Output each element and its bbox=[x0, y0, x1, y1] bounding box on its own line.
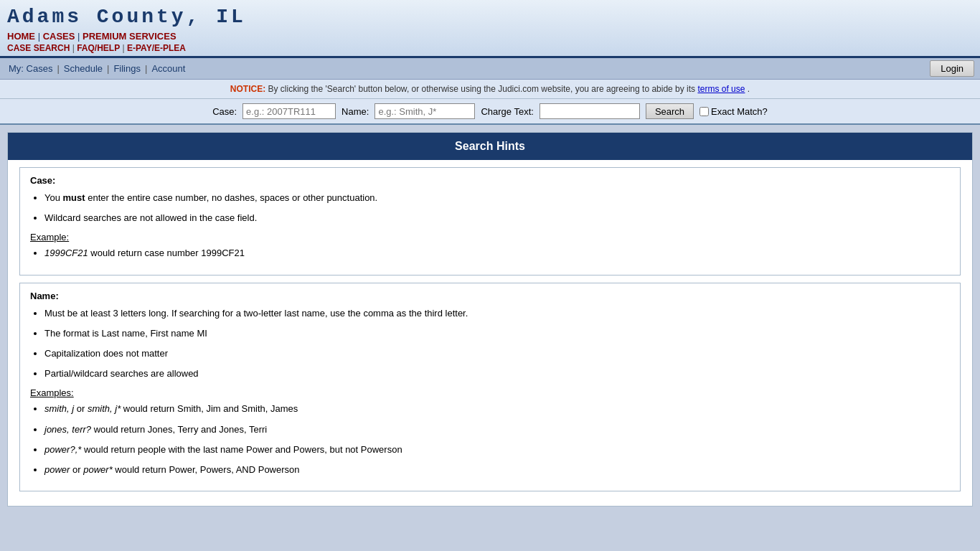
epay-link[interactable]: E-PAY/E-PLEA bbox=[127, 43, 186, 53]
charge-input[interactable] bbox=[540, 103, 640, 119]
login-button[interactable]: Login bbox=[930, 60, 974, 77]
name-bullet-4: Partial/wildcard searches are allowed bbox=[44, 367, 950, 380]
nav-links: My: Cases | Schedule | Filings | Account bbox=[6, 58, 188, 79]
name-section-heading: Name: bbox=[30, 291, 950, 301]
account-link[interactable]: Account bbox=[149, 62, 188, 75]
name-input[interactable] bbox=[374, 103, 475, 119]
notice-bar: NOTICE: By clicking the 'Search' button … bbox=[0, 80, 980, 99]
case-bullets: You must enter the entire case number, n… bbox=[44, 192, 950, 225]
exact-match-checkbox[interactable] bbox=[699, 107, 709, 116]
exact-match-text: Exact Match? bbox=[711, 106, 768, 117]
sub-nav: CASE SEARCH | FAQ/HELP | E-PAY/E-PLEA bbox=[7, 43, 246, 53]
case-bullet-1: You must enter the entire case number, n… bbox=[44, 192, 950, 204]
name-label: Name: bbox=[341, 106, 369, 117]
case-section-heading: Case: bbox=[30, 175, 950, 186]
my-cases-link[interactable]: My: Cases bbox=[6, 62, 55, 75]
name-bullets: Must be at least 3 letters long. If sear… bbox=[44, 307, 950, 381]
main-content: Search Hints Case: You must enter the en… bbox=[7, 132, 973, 507]
schedule-link[interactable]: Schedule bbox=[61, 62, 105, 75]
home-link[interactable]: HOME bbox=[7, 31, 35, 42]
hints-body: Case: You must enter the entire case num… bbox=[8, 160, 972, 506]
search-bar: Case: Name: Charge Text: Search Exact Ma… bbox=[0, 99, 980, 125]
name-example-3: power?,* would return people with the la… bbox=[44, 443, 950, 456]
name-example-bullets: smith, j or smith, j* would return Smith… bbox=[44, 402, 950, 476]
name-bullet-2: The format is Last name, First name MI bbox=[44, 327, 950, 340]
filings-link[interactable]: Filings bbox=[110, 62, 143, 75]
page-header: Adams County, IL HOME | CASES | PREMIUM … bbox=[0, 0, 980, 58]
case-search-link[interactable]: CASE SEARCH bbox=[7, 43, 70, 53]
faq-link[interactable]: FAQ/HELP bbox=[77, 43, 120, 53]
name-bullet-1: Must be at least 3 letters long. If sear… bbox=[44, 307, 950, 320]
name-example-2: jones, terr? would return Jones, Terry a… bbox=[44, 423, 950, 436]
cases-link[interactable]: CASES bbox=[43, 31, 75, 42]
search-button[interactable]: Search bbox=[646, 103, 694, 119]
charge-label: Charge Text: bbox=[481, 106, 533, 117]
name-bullet-3: Capitalization does not matter bbox=[44, 347, 950, 360]
nav-bar: My: Cases | Schedule | Filings | Account… bbox=[0, 58, 980, 80]
search-hints-header: Search Hints bbox=[8, 133, 972, 160]
notice-period: . bbox=[748, 84, 750, 94]
terms-link[interactable]: terms of use bbox=[697, 84, 745, 94]
exact-match-label[interactable]: Exact Match? bbox=[699, 106, 768, 117]
header-left: Adams County, IL HOME | CASES | PREMIUM … bbox=[7, 6, 246, 53]
site-title: Adams County, IL bbox=[7, 6, 246, 28]
case-hint-section: Case: You must enter the entire case num… bbox=[19, 167, 961, 276]
case-bullet-2: Wildcard searches are not allowed in the… bbox=[44, 212, 950, 225]
case-input[interactable] bbox=[242, 103, 336, 119]
case-label: Case: bbox=[212, 106, 237, 117]
notice-label: NOTICE: bbox=[230, 84, 265, 94]
name-hint-section: Name: Must be at least 3 letters long. I… bbox=[19, 283, 961, 492]
case-example-label: Example: bbox=[30, 232, 950, 242]
notice-text: By clicking the 'Search' button below, o… bbox=[268, 84, 696, 94]
name-examples-label: Examples: bbox=[30, 387, 950, 398]
name-example-4: power or power* would return Power, Powe… bbox=[44, 463, 950, 476]
case-example-1: 1999CF21 would return case number 1999CF… bbox=[44, 247, 950, 260]
case-example-bullets: 1999CF21 would return case number 1999CF… bbox=[44, 247, 950, 260]
premium-link[interactable]: PREMIUM SERVICES bbox=[83, 31, 176, 42]
name-example-1: smith, j or smith, j* would return Smith… bbox=[44, 402, 950, 415]
header-nav: HOME | CASES | PREMIUM SERVICES bbox=[7, 31, 246, 42]
